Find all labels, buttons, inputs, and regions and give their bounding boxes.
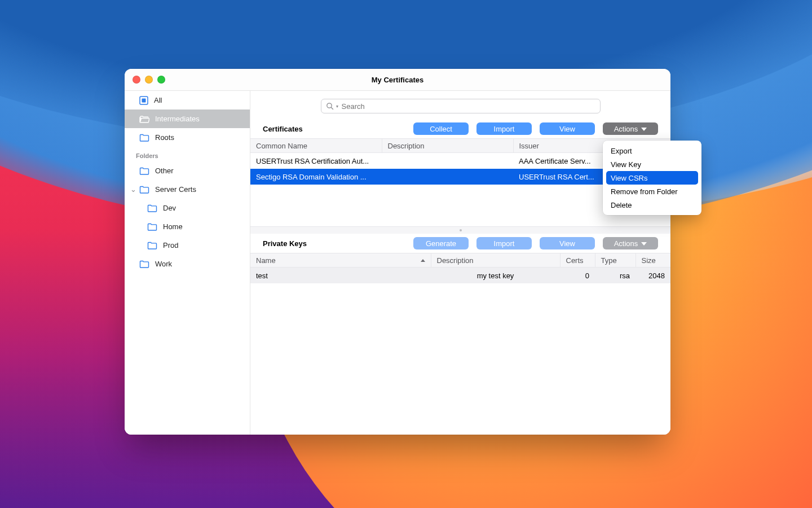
- sidebar-item-label: Server Certs: [155, 185, 196, 194]
- import-key-button[interactable]: Import: [476, 237, 532, 249]
- actions-key-label: Actions: [614, 239, 638, 248]
- sidebar-item-label: Home: [163, 222, 183, 231]
- sidebar-item-label: Other: [155, 167, 174, 175]
- col-description[interactable]: Description: [382, 139, 513, 153]
- svg-line-3: [331, 107, 333, 109]
- generate-button[interactable]: Generate: [413, 237, 469, 249]
- chevron-down-icon[interactable]: ⌄: [130, 185, 136, 194]
- app-window: My Certificates All Intermediates: [125, 69, 670, 435]
- folder-open-icon: [139, 115, 149, 123]
- sidebar-heading-folders: Folders: [125, 147, 250, 161]
- caret-down-icon: [641, 128, 647, 131]
- folder-icon: [139, 134, 149, 142]
- view-cert-button[interactable]: View: [540, 122, 595, 135]
- cell-desc: [382, 153, 513, 169]
- col-size[interactable]: Size: [636, 253, 670, 268]
- menu-item-view-key[interactable]: View Key: [606, 157, 698, 171]
- import-cert-button[interactable]: Import: [476, 122, 532, 135]
- sidebar-item-label: Prod: [163, 241, 178, 249]
- cell-desc: [382, 169, 513, 185]
- menu-item-remove-from-folder[interactable]: Remove from Folder: [606, 185, 698, 198]
- certificates-title: Certificates: [263, 125, 303, 133]
- sidebar-item-dev[interactable]: Dev: [125, 199, 250, 217]
- folder-icon: [147, 204, 157, 212]
- private-keys-title: Private Keys: [263, 239, 307, 248]
- sidebar-item-other[interactable]: Other: [125, 161, 250, 180]
- sidebar-item-label: Work: [155, 260, 172, 268]
- col-name[interactable]: Name: [250, 253, 431, 268]
- collect-button[interactable]: Collect: [413, 122, 469, 135]
- all-icon: [139, 96, 148, 105]
- sidebar-item-label: Intermediates: [155, 115, 200, 123]
- col-certs[interactable]: Certs: [560, 253, 595, 268]
- actions-menu: Export View Key View CSRs Remove from Fo…: [603, 141, 701, 215]
- sort-asc-icon: [421, 259, 425, 262]
- cell-size: 2048: [636, 268, 670, 284]
- sidebar: All Intermediates Roots Folders Other: [125, 91, 250, 435]
- sidebar-item-label: Dev: [163, 204, 176, 212]
- cell-name: test: [250, 268, 431, 284]
- sidebar-item-home[interactable]: Home: [125, 217, 250, 236]
- folder-icon: [139, 167, 149, 175]
- dropdown-caret-icon[interactable]: ▾: [336, 104, 338, 109]
- pane-splitter[interactable]: [250, 226, 670, 234]
- actions-cert-label: Actions: [614, 125, 638, 133]
- view-key-button[interactable]: View: [540, 237, 595, 249]
- cell-type: rsa: [595, 268, 636, 284]
- sidebar-item-label: Roots: [155, 133, 174, 142]
- col-common-name[interactable]: Common Name: [250, 139, 382, 153]
- sidebar-item-label: All: [154, 96, 162, 104]
- actions-key-button[interactable]: Actions: [603, 237, 658, 249]
- cell-desc: my test key: [431, 268, 560, 284]
- folder-icon: [139, 186, 149, 194]
- folder-icon: [147, 242, 157, 249]
- menu-item-delete[interactable]: Delete: [606, 198, 698, 212]
- col-type[interactable]: Type: [595, 253, 636, 268]
- folder-icon: [147, 223, 157, 231]
- col-desc[interactable]: Description: [431, 253, 560, 268]
- svg-rect-1: [142, 98, 146, 102]
- sidebar-item-intermediates[interactable]: Intermediates: [125, 110, 250, 128]
- actions-cert-button[interactable]: Actions: [603, 122, 658, 135]
- table-row[interactable]: test my test key 0 rsa 2048: [250, 268, 670, 284]
- col-name-label: Name: [256, 256, 276, 265]
- folder-icon: [139, 260, 149, 268]
- sidebar-item-roots[interactable]: Roots: [125, 128, 250, 147]
- menu-item-view-csrs[interactable]: View CSRs: [606, 171, 698, 185]
- sidebar-item-work[interactable]: Work: [125, 255, 250, 273]
- search-input[interactable]: [341, 102, 595, 111]
- titlebar[interactable]: My Certificates: [125, 69, 670, 91]
- search-icon: [326, 102, 334, 110]
- sidebar-item-all[interactable]: All: [125, 91, 250, 110]
- private-keys-table: Name Description Certs Type Size test m: [250, 253, 670, 283]
- cell-cn: Sectigo RSA Domain Validation ...: [250, 169, 382, 185]
- cell-certs: 0: [560, 268, 595, 284]
- cell-cn: USERTrust RSA Certification Aut...: [250, 153, 382, 169]
- sidebar-item-server-certs[interactable]: ⌄ Server Certs: [125, 180, 250, 199]
- caret-down-icon: [641, 242, 647, 246]
- window-title: My Certificates: [125, 76, 670, 84]
- sidebar-item-prod[interactable]: Prod: [125, 236, 250, 255]
- search-field[interactable]: ▾: [321, 99, 601, 113]
- menu-item-export[interactable]: Export: [606, 144, 698, 157]
